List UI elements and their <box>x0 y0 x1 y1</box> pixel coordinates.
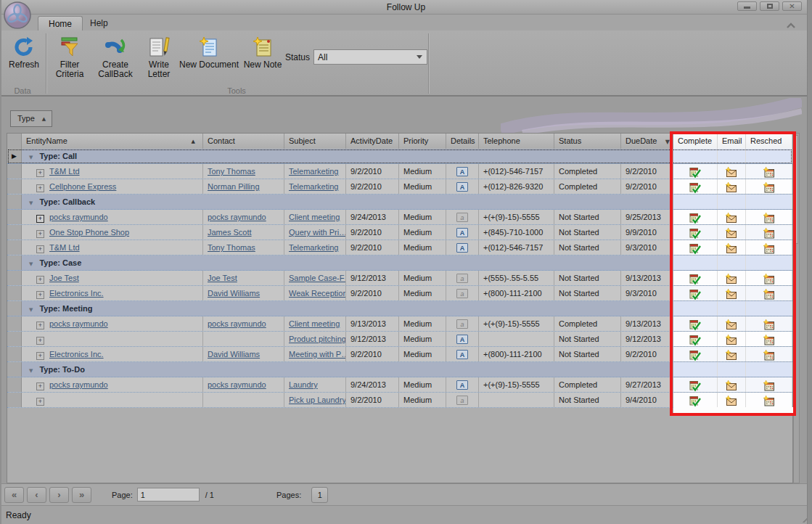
details-icon[interactable]: A <box>456 167 468 176</box>
next-page-button[interactable]: › <box>49 487 69 503</box>
expand-row-icon[interactable]: + <box>36 337 44 345</box>
email-icon[interactable] <box>726 243 737 255</box>
group-row-band[interactable]: ▼Type: Meeting <box>22 301 673 316</box>
refresh-button[interactable]: Refresh <box>4 32 44 86</box>
group-by-type-chip[interactable]: Type▲ <box>10 110 52 127</box>
details-icon[interactable]: a <box>456 274 468 283</box>
expand-row-icon[interactable]: + <box>36 169 44 177</box>
expand-row-icon[interactable]: + <box>36 322 44 329</box>
new-note-button[interactable]: New Note <box>242 32 283 86</box>
column-header-complete[interactable]: Complete <box>673 134 718 149</box>
contact-link[interactable]: Tony Thomas <box>208 167 255 176</box>
new-document-button[interactable]: New Document <box>179 32 239 86</box>
group-collapse-icon[interactable]: ▼ <box>29 368 33 374</box>
filter-dropdown-icon[interactable]: ▼ <box>665 139 670 145</box>
resched-icon[interactable] <box>763 228 775 240</box>
expand-row-icon[interactable]: + <box>36 352 44 360</box>
subject-link[interactable]: Client meeting <box>289 213 340 221</box>
contact-link[interactable]: Tony Thomas <box>208 243 255 252</box>
subject-link[interactable]: Telemarketing <box>289 182 338 191</box>
group-row-band[interactable]: ▼Type: Callback <box>22 195 673 209</box>
group-row[interactable]: ▼Type: Meeting <box>7 301 792 316</box>
group-collapse-icon[interactable]: ▼ <box>29 200 33 206</box>
tab-help[interactable]: Help <box>80 16 118 30</box>
entity-link[interactable]: Joe Test <box>49 274 79 282</box>
column-header-adate[interactable]: ActivityDate <box>346 134 399 149</box>
expand-row-icon[interactable]: + <box>36 230 44 238</box>
complete-icon[interactable] <box>689 213 701 224</box>
group-row[interactable]: ▼Type: To-Do <box>7 362 792 377</box>
column-header-ddate[interactable]: DueDate▼ <box>621 134 673 149</box>
group-row[interactable]: ▶▼Type: Call <box>7 149 792 164</box>
column-header-subject[interactable]: Subject <box>284 134 346 149</box>
vertical-scrollbar[interactable] <box>793 133 800 483</box>
email-icon[interactable] <box>726 289 737 300</box>
complete-icon[interactable] <box>689 243 701 255</box>
complete-icon[interactable] <box>689 274 701 285</box>
page-1-button[interactable]: 1 <box>311 487 328 503</box>
details-icon[interactable]: a <box>456 213 468 222</box>
subject-link[interactable]: Weak Reception <box>289 289 346 298</box>
contact-link[interactable]: Joe Test <box>208 274 237 282</box>
column-header-entity[interactable]: EntityName▲ <box>22 134 203 149</box>
previous-page-button[interactable]: ‹ <box>27 487 46 503</box>
first-page-button[interactable]: « <box>4 487 24 503</box>
page-number-input[interactable] <box>137 488 200 502</box>
email-icon[interactable] <box>726 350 737 361</box>
details-icon[interactable]: A <box>456 350 468 359</box>
column-header-priority[interactable]: Priority <box>399 134 446 149</box>
entity-link[interactable]: T&M Ltd <box>49 167 80 176</box>
expand-row-icon[interactable]: + <box>36 398 44 406</box>
complete-icon[interactable] <box>689 167 701 179</box>
resched-icon[interactable] <box>763 289 775 300</box>
email-icon[interactable] <box>726 167 737 179</box>
column-header-details[interactable]: Details <box>446 134 479 149</box>
entity-link[interactable]: Electronics Inc. <box>49 350 104 359</box>
details-icon[interactable]: A <box>456 228 468 237</box>
expand-row-icon[interactable]: + <box>36 291 44 299</box>
expand-row-icon[interactable]: + <box>36 276 44 284</box>
column-header-contact[interactable]: Contact <box>203 134 284 149</box>
group-row[interactable]: ▼Type: Case <box>7 255 792 271</box>
write-letter-button[interactable]: Write Letter <box>141 32 177 86</box>
group-row-band[interactable]: ▼Type: Case <box>22 255 673 270</box>
expand-row-icon[interactable]: + <box>36 184 44 192</box>
contact-link[interactable]: pocks raymundo <box>208 319 266 328</box>
entity-link[interactable]: Electronics Inc. <box>49 289 104 298</box>
minimize-button[interactable] <box>737 1 757 11</box>
contact-link[interactable]: David Williams <box>208 289 260 298</box>
status-select[interactable]: All <box>313 49 427 65</box>
subject-link[interactable]: Telemarketing <box>289 243 338 252</box>
resched-icon[interactable] <box>763 182 775 194</box>
details-icon[interactable]: A <box>456 380 468 390</box>
group-row-band[interactable]: ▼Type: Call <box>22 149 673 163</box>
group-row-band[interactable]: ▼Type: To-Do <box>22 362 673 377</box>
subject-link[interactable]: Pick up Laundry <box>289 396 346 404</box>
subject-link[interactable]: Query with Pri… <box>289 228 346 237</box>
expand-row-icon[interactable]: + <box>36 382 44 390</box>
column-header-phone[interactable]: Telephone <box>479 134 554 149</box>
subject-link[interactable]: Client meeting <box>289 319 340 328</box>
subject-link[interactable]: Laundry <box>289 380 318 389</box>
application-menu-button[interactable] <box>3 1 32 30</box>
subject-link[interactable]: Telemarketing <box>289 167 338 176</box>
contact-link[interactable]: Norman Pilling <box>208 182 260 191</box>
email-icon[interactable] <box>726 228 737 240</box>
email-icon[interactable] <box>726 213 737 224</box>
email-icon[interactable] <box>726 380 737 392</box>
complete-icon[interactable] <box>689 289 701 300</box>
group-collapse-icon[interactable]: ▼ <box>29 261 33 267</box>
tab-home[interactable]: Home <box>38 16 83 30</box>
expand-row-icon[interactable]: + <box>36 245 44 253</box>
complete-icon[interactable] <box>689 396 701 407</box>
resched-icon[interactable] <box>763 213 775 224</box>
details-icon[interactable]: A <box>456 335 468 344</box>
subject-link[interactable]: Sample Case-F… <box>289 274 346 282</box>
subject-link[interactable]: Meeting with P… <box>289 350 346 359</box>
column-header-resched[interactable]: Resched <box>746 134 792 149</box>
scrollbar-thumb[interactable] <box>795 135 798 244</box>
complete-icon[interactable] <box>689 319 701 331</box>
contact-link[interactable]: David Williams <box>208 350 260 359</box>
email-icon[interactable] <box>726 396 737 407</box>
entity-link[interactable]: One Stop Phone Shop <box>49 228 129 237</box>
